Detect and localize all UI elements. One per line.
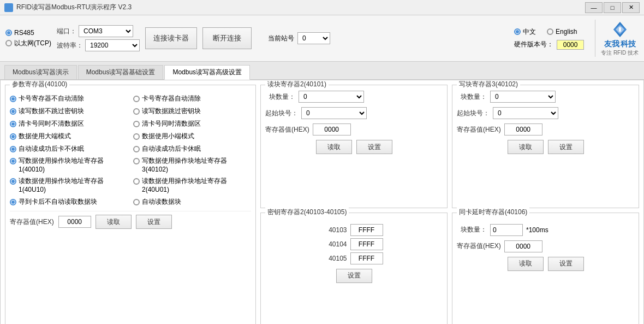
write-block-read-btn[interactable]: 读取 [508, 140, 544, 154]
same-card-panel: 同卡延时寄存器(40106) 块数量： *100ms 寄存器值(HEX) 读取 … [452, 213, 639, 325]
param-register-panel: 参数寄存器(40100) 卡号寄存器不自动清除 卡号寄存器自动清除 读写数据不跳… [5, 85, 256, 324]
opt-4-dot [133, 108, 140, 115]
opt-3-dot [10, 108, 16, 115]
write-hex-row: 寄存器值(HEX) [457, 123, 634, 136]
read-start-block-select[interactable]: 0123 [301, 107, 367, 119]
app-icon [4, 3, 13, 12]
read-start-block-row: 起始块号： 0123 [265, 107, 443, 119]
write-block-count-label: 块数量： [457, 92, 487, 102]
key-row-3: 40105 [325, 252, 383, 264]
read-hex-label: 寄存器值(HEX) [265, 125, 309, 134]
port-select[interactable]: COM3 COM1 COM2 COM4 [79, 25, 133, 37]
opt-14[interactable]: 读数据使用操作块地址寄存器2(40U01) [133, 177, 251, 194]
right-panels: 读块寄存器2(40101) 块数量： 01234 起始块号： 0123 寄存器值… [260, 85, 639, 324]
same-card-set-btn[interactable]: 设置 [548, 257, 584, 271]
opt-7-dot [10, 133, 16, 140]
key-input-2[interactable] [350, 238, 383, 250]
opt-15-label: 寻到卡后不自动读取数据块 [19, 197, 97, 207]
read-hex-input[interactable] [313, 123, 351, 136]
logo-brand1: 友我 [604, 39, 619, 49]
tab-demo[interactable]: Modbus读写器演示 [4, 65, 77, 79]
key-panel: 密钥寄存器2(40103-40105) 40103 40104 40105 [260, 213, 448, 325]
write-hex-label: 寄存器值(HEX) [457, 125, 501, 134]
opt-11[interactable]: 写数据使用操作块地址寄存器1(40010) [10, 157, 128, 174]
same-card-count-input[interactable] [490, 224, 523, 236]
read-block-panel: 读块寄存器2(40101) 块数量： 01234 起始块号： 0123 寄存器值… [260, 85, 448, 208]
opt-5[interactable]: 清卡号同时不清数据区 [10, 119, 128, 128]
left-hex-input[interactable] [58, 216, 91, 228]
connect-button[interactable]: 连接读卡器 [145, 27, 197, 49]
opt-9[interactable]: 自动读成功后卡不休眠 [10, 144, 128, 154]
tab-basic[interactable]: Modbus读写器基础设置 [78, 65, 164, 79]
same-card-btns: 读取 设置 [457, 257, 634, 271]
port-label: 端口： [57, 27, 76, 36]
opt-13-label: 读数据使用操作块地址寄存器1(40U10) [19, 177, 104, 194]
opt-8[interactable]: 数据使用小端模式 [133, 132, 251, 141]
tcp-radio-dot [5, 40, 12, 46]
opt-11-dot [10, 158, 16, 164]
same-card-read-btn[interactable]: 读取 [508, 257, 544, 271]
left-set-button[interactable]: 设置 [136, 215, 172, 229]
read-block-count-select[interactable]: 01234 [299, 91, 364, 103]
write-block-count-row: 块数量： 01234 [457, 91, 634, 103]
maximize-button[interactable]: □ [604, 2, 621, 13]
minimize-button[interactable]: — [585, 2, 603, 13]
app-title: RFID读写器Modbus-RTU演示程序 V2.3 [16, 3, 132, 12]
opt-3[interactable]: 读写数据不跳过密钥块 [10, 107, 128, 116]
same-card-count-label: 块数量： [457, 225, 487, 234]
opt-2-dot [133, 96, 140, 102]
same-card-hex-label: 寄存器值(HEX) [457, 241, 501, 251]
tab-bar: Modbus读写器演示 Modbus读写器基础设置 Modbus读写器高级设置 [0, 62, 644, 80]
same-card-title: 同卡延时寄存器(40106) [457, 208, 529, 217]
opt-13[interactable]: 读数据使用操作块地址寄存器1(40U10) [10, 177, 128, 194]
lang-cn-radio[interactable]: 中文 [514, 27, 536, 37]
right-bottom-row: 密钥寄存器2(40103-40105) 40103 40104 40105 [260, 213, 639, 325]
opt-1[interactable]: 卡号寄存器不自动清除 [10, 94, 128, 103]
write-block-count-select[interactable]: 01234 [490, 91, 556, 103]
opt-6-dot [133, 121, 140, 127]
left-panel-bottom: 寄存器值(HEX) 读取 设置 [10, 211, 251, 229]
station-select[interactable]: 012 [297, 32, 330, 44]
opt-2[interactable]: 卡号寄存器自动清除 [133, 94, 251, 103]
key-btns: 设置 [265, 269, 443, 283]
key-addr-3: 40105 [325, 255, 347, 262]
write-hex-input[interactable] [504, 123, 542, 136]
opt-7[interactable]: 数据使用大端模式 [10, 132, 128, 141]
read-block-set-btn[interactable]: 设置 [356, 140, 392, 154]
same-card-hex-input[interactable] [504, 240, 542, 252]
baud-label: 波特率： [57, 41, 83, 50]
lang-cn-dot [514, 28, 521, 35]
key-rows: 40103 40104 40105 [265, 224, 443, 264]
opt-15-dot [10, 199, 16, 205]
opt-15[interactable]: 寻到卡后不自动读取数据块 [10, 197, 128, 207]
tab-advanced[interactable]: Modbus读写器高级设置 [164, 65, 250, 80]
register-options-grid: 卡号寄存器不自动清除 卡号寄存器自动清除 读写数据不跳过密钥块 读写数据跳过密钥… [10, 94, 251, 207]
opt-6[interactable]: 清卡号同时清数据区 [133, 119, 251, 128]
read-start-block-label: 起始块号： [265, 109, 298, 118]
opt-4[interactable]: 读写数据跳过密钥块 [133, 107, 251, 116]
read-hex-row: 寄存器值(HEX) [265, 123, 443, 136]
write-start-block-row: 起始块号： 0123 [457, 107, 634, 119]
key-input-3[interactable] [350, 252, 383, 264]
opt-8-label: 数据使用小端模式 [142, 132, 194, 141]
tcp-radio[interactable]: 以太网(TCP) [5, 39, 51, 48]
write-start-block-label: 起始块号： [457, 109, 490, 118]
write-block-set-btn[interactable]: 设置 [548, 140, 584, 154]
close-button[interactable]: ✕ [622, 2, 640, 13]
disconnect-button[interactable]: 断开连接 [202, 27, 252, 49]
key-set-btn[interactable]: 设置 [336, 269, 372, 283]
key-addr-1: 40103 [325, 226, 347, 234]
opt-10[interactable]: 自动读成功后卡休眠 [133, 144, 251, 154]
opt-13-dot [10, 178, 16, 185]
opt-9-dot [10, 146, 16, 152]
read-block-read-btn[interactable]: 读取 [316, 140, 352, 154]
left-read-button[interactable]: 读取 [96, 215, 132, 229]
rs485-radio[interactable]: RS485 [5, 29, 51, 37]
lang-en-radio[interactable]: English [547, 28, 577, 36]
opt-12[interactable]: 写数据使用操作块地址寄存器3(40102) [133, 157, 251, 174]
toolbar: RS485 以太网(TCP) 端口： COM3 COM1 COM2 COM4 波… [0, 15, 644, 62]
key-input-1[interactable] [350, 224, 383, 236]
opt-16[interactable]: 自动读数据块 [133, 197, 251, 207]
baud-select[interactable]: 19200 9600 38400 115200 [85, 39, 140, 51]
write-start-block-select[interactable]: 0123 [493, 107, 558, 119]
